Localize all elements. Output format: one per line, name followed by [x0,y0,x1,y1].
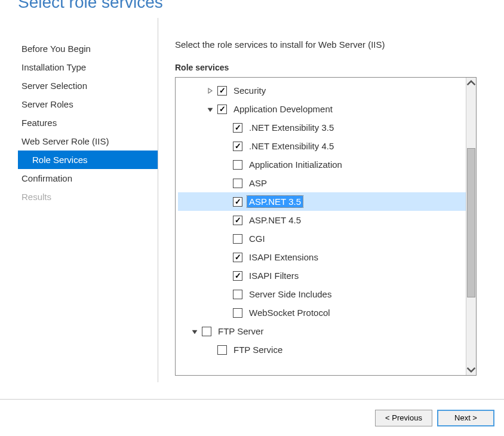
checkbox[interactable] [233,234,242,244]
expand-icon[interactable] [205,86,215,96]
instruction-text: Select the role services to install for … [175,39,493,50]
tree-item-label: FTP Server [216,326,265,337]
collapse-icon[interactable] [205,105,215,114]
sidebar-item-results: Results [18,188,158,206]
checkbox[interactable] [217,86,227,96]
checkbox[interactable] [217,105,227,114]
checkbox[interactable] [233,308,242,318]
checkbox[interactable] [217,345,227,355]
main-area: Before You BeginInstallation TypeServer … [0,18,504,382]
checkbox[interactable] [233,216,242,225]
previous-button[interactable]: < Previous [375,410,432,426]
checkbox[interactable] [202,327,211,336]
role-services-tree-container: SecurityApplication Development.NET Exte… [175,77,477,376]
scrollbar-vertical[interactable] [466,78,476,375]
scroll-thumb[interactable] [467,148,475,297]
sidebar-item-installation-type[interactable]: Installation Type [18,58,158,76]
tree-item[interactable]: Application Initialization [178,155,466,174]
tree-item[interactable]: ISAPI Filters [178,266,466,285]
tree-item-label: Application Development [232,103,334,115]
tree-item-label: FTP Service [232,344,284,355]
sidebar-item-server-selection[interactable]: Server Selection [18,76,158,95]
tree-item[interactable]: Security [178,81,466,100]
tree-item[interactable]: ISAPI Extensions [178,248,466,266]
tree-item[interactable]: .NET Extensibility 4.5 [178,137,466,155]
checkbox[interactable] [233,160,242,170]
page-title: Select role services [0,0,504,18]
tree-item-label: Security [232,85,268,96]
tree-item[interactable]: ASP.NET 3.5 [178,192,466,211]
tree-item-label: ASP.NET 4.5 [247,214,303,226]
tree-item-label: CGI [247,233,267,244]
next-button[interactable]: Next > [437,410,494,426]
collapse-icon[interactable] [190,327,199,336]
checkbox[interactable] [233,197,242,207]
tree-item[interactable]: FTP Server [178,322,466,340]
scroll-down-icon[interactable] [466,364,476,375]
tree-item-label: WebSocket Protocol [247,307,332,318]
tree-item-label: .NET Extensibility 3.5 [247,122,336,133]
checkbox[interactable] [233,142,242,151]
sidebar-item-confirmation[interactable]: Confirmation [18,169,158,188]
checkbox[interactable] [233,179,242,188]
tree-item[interactable]: ASP.NET 4.5 [178,211,466,229]
sidebar-item-server-roles[interactable]: Server Roles [18,95,158,113]
scroll-up-icon[interactable] [466,78,476,88]
scroll-track[interactable] [466,88,476,364]
tree-item-label: ASP [247,177,269,189]
tree-item-label: ISAPI Extensions [247,251,320,263]
tree-item-label: Server Side Includes [247,288,333,300]
checkbox[interactable] [233,271,242,281]
tree-item-label: .NET Extensibility 4.5 [247,140,336,152]
role-services-tree[interactable]: SecurityApplication Development.NET Exte… [176,78,466,375]
tree-item[interactable]: .NET Extensibility 3.5 [178,118,466,137]
tree-item-label: ISAPI Filters [247,270,300,281]
checkbox[interactable] [233,253,242,262]
tree-item[interactable]: WebSocket Protocol [178,303,466,322]
role-services-label: Role services [175,63,493,72]
tree-item[interactable]: ASP [178,174,466,192]
checkbox[interactable] [233,123,242,133]
sidebar-item-features[interactable]: Features [18,113,158,132]
content-panel: Select the role services to install for … [158,18,504,382]
tree-item-label: ASP.NET 3.5 [247,196,303,207]
sidebar-item-before-you-begin[interactable]: Before You Begin [18,39,158,58]
sidebar-item-web-server-role-iis-[interactable]: Web Server Role (IIS) [18,132,158,151]
checkbox[interactable] [233,290,242,299]
tree-item[interactable]: CGI [178,229,466,248]
wizard-footer: < Previous Next > [0,399,504,436]
tree-item[interactable]: FTP Service [178,340,466,359]
tree-item[interactable]: Server Side Includes [178,285,466,303]
wizard-sidebar: Before You BeginInstallation TypeServer … [0,18,158,382]
tree-item-label: Application Initialization [247,159,344,170]
sidebar-item-role-services[interactable]: Role Services [18,151,158,169]
tree-item[interactable]: Application Development [178,100,466,118]
